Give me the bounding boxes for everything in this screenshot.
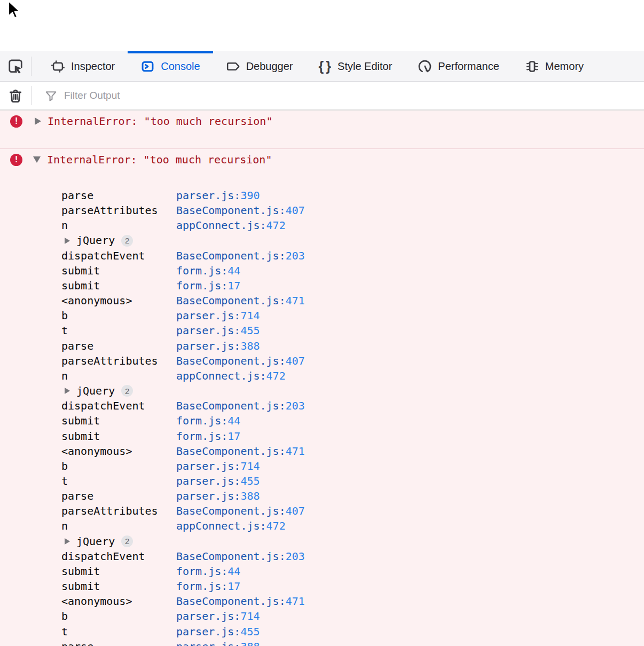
page-area — [0, 0, 644, 51]
frame-line-number: 471 — [286, 445, 305, 458]
frame-location-link[interactable]: BaseComponent.js:203 — [176, 248, 305, 263]
pick-element-icon — [7, 58, 23, 74]
frame-location-link[interactable]: parser.js:455 — [176, 323, 260, 338]
frame-location-link[interactable]: appConnect.js:472 — [176, 518, 286, 533]
frame-location-link[interactable]: parser.js:455 — [176, 474, 260, 489]
frame-line-number: 472 — [266, 219, 286, 232]
stack-group-row[interactable]: jQuery2 — [0, 233, 644, 248]
frame-location-link[interactable]: BaseComponent.js:407 — [176, 503, 305, 518]
expand-arrow-icon[interactable] — [65, 538, 70, 545]
frame-line-number: 472 — [266, 369, 286, 382]
tab-memory[interactable]: Memory — [512, 51, 596, 81]
frame-line-number: 203 — [286, 399, 305, 412]
stack-frame-row: parseparser.js:388 — [0, 639, 644, 646]
group-label[interactable]: jQuery — [76, 233, 115, 248]
frame-location-link[interactable]: parser.js:714 — [176, 609, 260, 624]
frame-location-link[interactable]: form.js:44 — [176, 413, 240, 428]
frame-location-link[interactable]: appConnect.js:472 — [176, 368, 286, 383]
frame-location-link[interactable]: parser.js:390 — [176, 188, 260, 203]
frame-line-number: 44 — [227, 264, 240, 277]
stack-frame-row: submitform.js:17 — [0, 278, 644, 293]
frame-location-link[interactable]: form.js:17 — [176, 429, 240, 444]
frame-location-link[interactable]: parser.js:714 — [176, 308, 260, 323]
stack-group-row[interactable]: jQuery2 — [0, 383, 644, 398]
expand-arrow-icon[interactable] — [65, 388, 70, 394]
frame-function: dispatchEvent — [61, 398, 176, 413]
group-label[interactable]: jQuery — [76, 534, 115, 549]
frame-function: b — [61, 459, 176, 474]
frame-line-number: 44 — [227, 414, 240, 427]
frame-line-number: 472 — [266, 519, 286, 532]
stack-frames: parseparser.js:390parseAttributesBaseCom… — [0, 188, 644, 646]
frame-function: parse — [61, 639, 176, 646]
frame-line-number: 17 — [227, 580, 240, 593]
trash-icon — [7, 88, 23, 104]
tab-label: Style Editor — [337, 60, 392, 73]
frame-location-link[interactable]: form.js:44 — [176, 564, 240, 579]
clear-console-button[interactable] — [0, 88, 31, 104]
tab-debugger[interactable]: Debugger — [213, 51, 306, 81]
tab-style-editor[interactable]: { } Style Editor — [306, 51, 405, 81]
frame-location-link[interactable]: parser.js:388 — [176, 639, 260, 646]
group-count-badge: 2 — [121, 235, 133, 247]
tab-console[interactable]: Console — [128, 51, 213, 81]
style-editor-icon: { } — [319, 60, 332, 73]
pick-element-button[interactable] — [0, 51, 31, 81]
stack-frame-row: <anonymous>BaseComponent.js:471 — [0, 293, 644, 308]
frame-line-number: 203 — [286, 550, 305, 563]
frame-location-link[interactable]: form.js:44 — [176, 263, 240, 278]
frame-function: parse — [61, 489, 176, 503]
expand-arrow-icon[interactable] — [65, 238, 70, 244]
frame-file: parser.js: — [176, 340, 240, 352]
frame-location-link[interactable]: appConnect.js:472 — [176, 218, 286, 233]
frame-location-link[interactable]: BaseComponent.js:471 — [176, 444, 305, 459]
frame-location-link[interactable]: BaseComponent.js:203 — [176, 549, 305, 564]
collapse-arrow-icon[interactable] — [33, 156, 41, 163]
frame-location-link[interactable]: BaseComponent.js:471 — [176, 293, 305, 308]
debugger-icon — [226, 59, 240, 74]
frame-file: parser.js: — [176, 460, 240, 472]
frame-location-link[interactable]: parser.js:714 — [176, 459, 260, 474]
filter-output-input[interactable] — [64, 90, 331, 101]
tab-inspector[interactable]: Inspector — [38, 51, 128, 81]
frame-location-link[interactable]: BaseComponent.js:203 — [176, 398, 305, 413]
frame-file: BaseComponent.js: — [176, 294, 286, 307]
stack-frame-row: submitform.js:44 — [0, 263, 644, 278]
frame-line-number: 455 — [240, 625, 260, 638]
stack-frame-row: nappConnect.js:472 — [0, 518, 644, 533]
frame-file: appConnect.js: — [176, 519, 266, 532]
frame-file: BaseComponent.js: — [176, 399, 286, 412]
group-label[interactable]: jQuery — [76, 383, 115, 398]
frame-location-link[interactable]: form.js:17 — [176, 278, 240, 293]
tab-label: Inspector — [71, 60, 115, 73]
frame-line-number: 471 — [286, 595, 305, 608]
console-error-row-expanded: ! InternalError: "too much recursion" pa… — [0, 148, 644, 646]
frame-location-link[interactable]: parser.js:388 — [176, 489, 260, 503]
frame-location-link[interactable]: parser.js:455 — [176, 624, 260, 639]
frame-location-link[interactable]: form.js:17 — [176, 579, 240, 594]
frame-file: form.js: — [176, 414, 227, 427]
stack-frame-row: parseAttributesBaseComponent.js:407 — [0, 203, 644, 218]
toolbar-divider — [31, 86, 32, 105]
frame-location-link[interactable]: BaseComponent.js:471 — [176, 594, 305, 609]
frame-function: submit — [61, 413, 176, 428]
stack-frame-row: bparser.js:714 — [0, 459, 644, 474]
tab-label: Debugger — [246, 60, 293, 73]
stack-group-row[interactable]: jQuery2 — [0, 534, 644, 549]
frame-location-link[interactable]: BaseComponent.js:407 — [176, 353, 305, 368]
frame-location-link[interactable]: BaseComponent.js:407 — [176, 203, 305, 218]
frame-line-number: 44 — [227, 565, 240, 578]
stack-frame-row: tparser.js:455 — [0, 323, 644, 338]
frame-function: parseAttributes — [61, 203, 176, 218]
frame-line-number: 407 — [286, 505, 305, 517]
stack-frame-row: <anonymous>BaseComponent.js:471 — [0, 444, 644, 459]
expand-arrow-icon[interactable] — [35, 117, 41, 125]
stack-frame-row: submitform.js:17 — [0, 579, 644, 594]
frame-function: submit — [61, 579, 176, 594]
frame-location-link[interactable]: parser.js:388 — [176, 338, 260, 353]
tab-performance[interactable]: Performance — [405, 51, 512, 81]
error-message: InternalError: "too much recursion" — [48, 115, 272, 128]
tab-label: Console — [161, 60, 200, 73]
frame-file: parser.js: — [176, 189, 240, 202]
performance-icon — [418, 59, 432, 74]
